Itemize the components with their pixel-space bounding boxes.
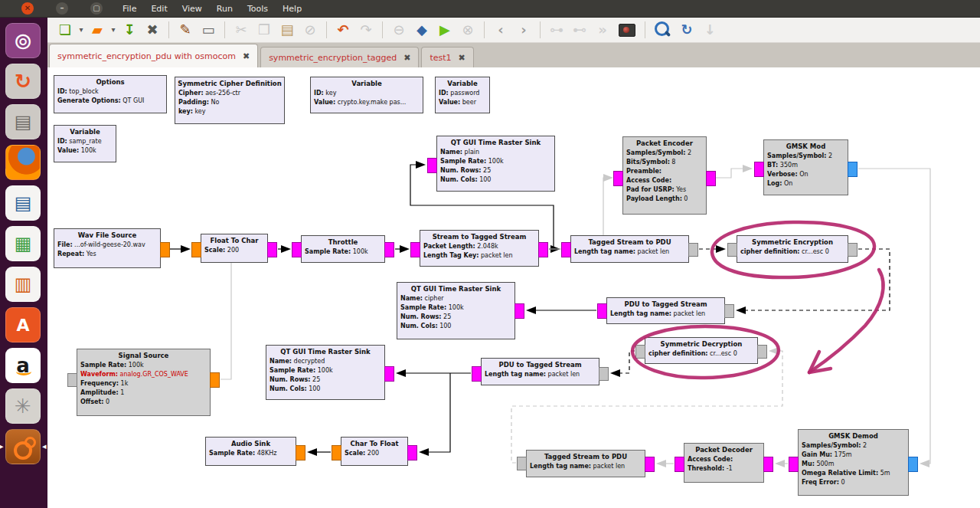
pdu-to-tagged-stream-decrypted-port-message-right[interactable] (599, 367, 609, 381)
launcher-amazon-icon[interactable]: a (5, 348, 41, 383)
tagged-stream-to-pdu-top-port-message-right[interactable] (688, 243, 698, 257)
gmsk-demod-port-complex-right[interactable] (908, 457, 918, 472)
launcher-libreoffice-impress-icon[interactable]: ▥ (5, 267, 41, 302)
launcher-firefox-icon[interactable] (5, 145, 41, 180)
stream-to-tagged-stream-port-byte-left[interactable] (410, 242, 420, 257)
tab-close-icon[interactable]: ✖ (459, 53, 466, 63)
tab-symmetric-encryption-tagged[interactable]: symmetric_encryption_tagged✖ (260, 47, 419, 67)
tab-close-icon[interactable]: ✖ (243, 51, 250, 61)
pdu-to-tagged-stream-cipher-port-message-right[interactable] (724, 304, 734, 318)
undo-icon[interactable]: ↶ (335, 20, 351, 40)
block-symmetric-decryption[interactable]: Symmetric Decryptioncipher definition: c… (645, 337, 758, 364)
paste-icon[interactable]: ▤ (279, 20, 295, 40)
stream-to-tagged-stream-port-byte-right[interactable] (538, 242, 548, 257)
menu-view[interactable]: View (182, 1, 202, 18)
new-dropdown-caret-icon[interactable]: ▾ (78, 20, 84, 40)
qt-gui-time-raster-sink-decrypted-port-byte-right[interactable] (384, 366, 394, 382)
menu-tools[interactable]: Tools (247, 1, 268, 18)
pdu-to-tagged-stream-decrypted-port-byte-left[interactable] (472, 366, 482, 382)
block-stream-to-tagged-stream[interactable]: Stream to Tagged StreamPacket Length: 2.… (420, 230, 539, 267)
block-packet-encoder[interactable]: Packet EncoderSamples/Symbol: 2Bits/Symb… (622, 136, 707, 215)
launcher-ubuntu-software-icon[interactable]: A (5, 307, 41, 342)
block-packet-decoder[interactable]: Packet DecoderAccess Code: Threshold: -1 (684, 443, 764, 483)
save-icon[interactable]: ↧ (122, 20, 137, 40)
float-to-char-port-float-left[interactable] (191, 242, 201, 257)
block-gmsk-mod[interactable]: GMSK ModSamples/Symbol: 2BT: 350mVerbose… (763, 139, 848, 195)
block-float-to-char[interactable]: Float To CharScale: 200 (201, 234, 268, 263)
qt-gui-time-raster-sink-plain-port-byte-left[interactable] (427, 158, 437, 173)
packet-encoder-port-byte-right[interactable] (706, 171, 716, 186)
block-variable-password[interactable]: VariableID: passwordValue: beer (435, 77, 490, 113)
block-variable-key[interactable]: VariableID: keyValue: crypto.key.make pa… (310, 77, 423, 113)
launcher-gnuradio-companion-icon[interactable] (5, 429, 41, 464)
packet-decoder-port-byte-right[interactable] (763, 457, 773, 472)
open-flowgraph-icon[interactable]: ▰ (90, 20, 105, 40)
close-button[interactable]: ✕ (21, 2, 34, 15)
throttle-port-byte-right[interactable] (384, 242, 394, 257)
char-to-float-port-byte-right[interactable] (407, 445, 417, 460)
block-audio-sink[interactable]: Audio SinkSample Rate: 48KHz (205, 437, 296, 466)
block-options[interactable]: OptionsID: top_blockGenerate Options: QT… (54, 75, 167, 113)
maximize-button[interactable]: ▢ (90, 2, 103, 15)
block-symmetric-encryption[interactable]: Symmetric Encryptioncipher definition: c… (737, 235, 848, 263)
symmetric-decryption-port-message-right[interactable] (757, 345, 767, 359)
symmetric-encryption-port-message-right[interactable] (848, 243, 858, 257)
screenshot-icon[interactable] (619, 24, 635, 37)
menu-run[interactable]: Run (217, 1, 233, 18)
search-icon[interactable] (655, 21, 669, 36)
launcher-libreoffice-writer-icon[interactable]: ▤ (5, 185, 41, 221)
gmsk-mod-port-complex-right[interactable] (848, 162, 858, 177)
throttle-port-byte-left[interactable] (292, 242, 302, 257)
tab-close-icon[interactable]: ✖ (403, 53, 410, 63)
block-gmsk-demod[interactable]: GMSK DemodSamples/Symbol: 2Gain Mu: 175m… (798, 429, 909, 496)
view-errors-icon[interactable]: ◆ (414, 20, 430, 40)
tab-test1[interactable]: test1✖ (421, 47, 473, 67)
block-tagged-stream-to-pdu-top[interactable]: Tagged Stream to PDULength tag name: pac… (570, 235, 689, 263)
block-qt-gui-time-raster-sink-plain[interactable]: QT GUI Time Raster SinkName: plainSample… (436, 136, 555, 192)
nav-next-icon[interactable]: › (516, 20, 531, 40)
signal-source-port-message-left[interactable] (67, 373, 77, 387)
print-icon[interactable]: ▭ (201, 20, 216, 40)
packet-encoder-port-byte-left[interactable] (613, 171, 623, 186)
pdu-to-tagged-stream-cipher-port-byte-left[interactable] (597, 303, 607, 319)
launcher-ubuntu-dash-icon[interactable]: ⊚ (5, 23, 41, 58)
nav-prev-icon[interactable]: ‹ (493, 20, 508, 40)
tab-symmetric-encryption-pdu-with-osmocom[interactable]: symmetric_encryption_pdu with osmocom✖ (49, 44, 258, 67)
char-to-float-port-float-left[interactable] (332, 445, 341, 460)
block-signal-source[interactable]: Signal SourceSample Rate: 100kWaveform: … (77, 349, 211, 416)
audio-sink-port-float-right[interactable] (296, 445, 305, 460)
flowgraph-canvas[interactable]: OptionsID: top_blockGenerate Options: QT… (47, 67, 980, 508)
launcher-software-updater-icon[interactable]: ↻ (5, 64, 41, 99)
wav-file-source-port-float-right[interactable] (160, 242, 170, 257)
block-throttle[interactable]: ThrottleSample Rate: 100k (301, 235, 385, 263)
block-qt-gui-time-raster-sink-decrypted[interactable]: QT GUI Time Raster SinkName: decryptedSa… (266, 345, 385, 400)
symmetric-encryption-port-message-left[interactable] (727, 243, 737, 257)
gmsk-demod-port-byte-left[interactable] (789, 457, 799, 472)
signal-source-port-float-right[interactable] (210, 372, 220, 388)
menu-help[interactable]: Help (283, 1, 302, 18)
tagged-stream-to-pdu-bottom-port-message-left[interactable] (517, 457, 527, 470)
block-variable-samp-rate[interactable]: VariableID: samp_rateValue: 100k (54, 125, 116, 162)
tagged-stream-to-pdu-top-port-byte-left[interactable] (561, 242, 571, 257)
block-tagged-stream-to-pdu-bottom[interactable]: Tagged Stream to PDULength tag name: pac… (526, 450, 645, 477)
minimize-button[interactable]: – (56, 2, 68, 15)
menu-edit[interactable]: Edit (151, 1, 167, 18)
edit-pencil-icon[interactable]: ✎ (178, 20, 193, 40)
new-flowgraph-icon[interactable]: ❏ (57, 20, 73, 40)
block-char-to-float[interactable]: Char To FloatScale: 200 (341, 437, 408, 466)
close-icon[interactable]: ✖ (145, 20, 160, 40)
run-play-icon[interactable]: ▶ (437, 20, 452, 40)
block-pdu-to-tagged-stream-cipher[interactable]: PDU to Tagged StreamLength tag name: pac… (606, 297, 725, 324)
block-symmetric-cipher-definition[interactable]: Symmetric Cipher DefinitionCipher: aes-2… (175, 77, 285, 124)
float-to-char-port-byte-right[interactable] (267, 242, 277, 257)
reload-icon[interactable]: ↻ (679, 20, 694, 40)
launcher-system-settings-icon[interactable]: ✳ (5, 388, 41, 424)
packet-decoder-port-byte-left[interactable] (675, 457, 684, 472)
launcher-libreoffice-calc-icon[interactable]: ▦ (5, 226, 41, 261)
open-dropdown-caret-icon[interactable]: ▾ (110, 20, 116, 40)
launcher-files-icon[interactable]: ▤ (5, 104, 41, 139)
block-wav-file-source[interactable]: Wav File SourceFile: ...of-wild-geese-20… (54, 228, 161, 268)
block-pdu-to-tagged-stream-decrypted[interactable]: PDU to Tagged StreamLength tag name: pac… (481, 358, 599, 385)
qt-gui-time-raster-sink-cipher-port-byte-right[interactable] (514, 303, 524, 319)
menu-file[interactable]: File (122, 1, 136, 18)
